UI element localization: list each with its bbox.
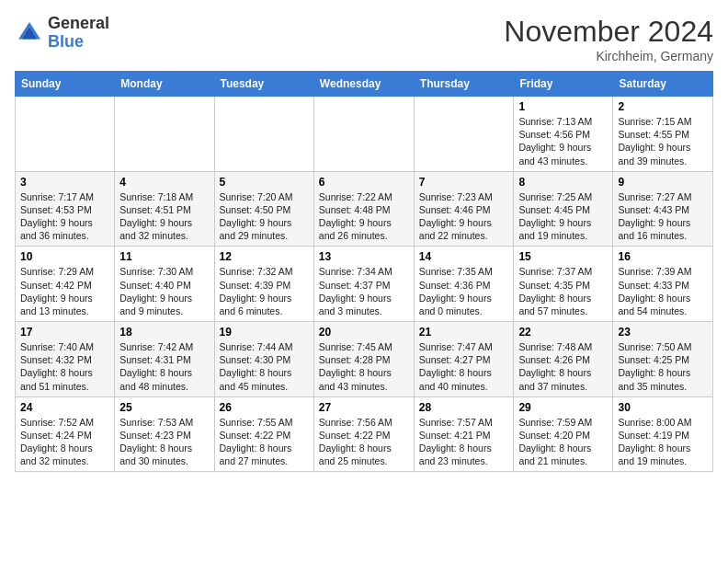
- calendar-week-row: 1Sunrise: 7:13 AM Sunset: 4:56 PM Daylig…: [16, 97, 713, 172]
- day-number: 25: [119, 401, 209, 414]
- day-info: Sunrise: 7:18 AM Sunset: 4:51 PM Dayligh…: [119, 190, 209, 243]
- day-number: 9: [618, 176, 708, 189]
- weekday-header: Wednesday: [313, 72, 414, 97]
- day-number: 20: [319, 326, 409, 339]
- day-info: Sunrise: 7:22 AM Sunset: 4:48 PM Dayligh…: [319, 190, 409, 243]
- day-number: 27: [319, 401, 409, 414]
- weekday-header: Sunday: [16, 72, 115, 97]
- calendar-cell: [414, 97, 514, 172]
- day-number: 5: [220, 176, 309, 189]
- day-info: Sunrise: 7:34 AM Sunset: 4:37 PM Dayligh…: [319, 265, 409, 317]
- day-info: Sunrise: 7:39 AM Sunset: 4:33 PM Dayligh…: [618, 265, 708, 317]
- day-info: Sunrise: 7:59 AM Sunset: 4:20 PM Dayligh…: [518, 416, 608, 468]
- day-number: 11: [119, 250, 209, 263]
- calendar-cell: 27Sunrise: 7:56 AM Sunset: 4:22 PM Dayli…: [313, 396, 414, 472]
- day-number: 7: [419, 176, 509, 189]
- day-number: 8: [518, 176, 608, 189]
- day-number: 13: [319, 250, 409, 263]
- day-number: 15: [518, 250, 608, 263]
- calendar-cell: 26Sunrise: 7:55 AM Sunset: 4:22 PM Dayli…: [214, 396, 313, 472]
- day-info: Sunrise: 7:37 AM Sunset: 4:35 PM Dayligh…: [518, 265, 608, 317]
- page-header: General Blue November 2024 Kirchheim, Ge…: [15, 15, 713, 63]
- day-info: Sunrise: 7:15 AM Sunset: 4:55 PM Dayligh…: [618, 115, 708, 167]
- calendar-cell: 21Sunrise: 7:47 AM Sunset: 4:27 PM Dayli…: [414, 322, 514, 397]
- calendar-week-row: 3Sunrise: 7:17 AM Sunset: 4:53 PM Daylig…: [16, 171, 713, 247]
- calendar-cell: 2Sunrise: 7:15 AM Sunset: 4:55 PM Daylig…: [613, 97, 713, 172]
- day-number: 30: [618, 401, 708, 414]
- day-info: Sunrise: 7:53 AM Sunset: 4:23 PM Dayligh…: [119, 416, 209, 468]
- month-title: November 2024: [504, 15, 713, 49]
- day-number: 14: [419, 250, 509, 263]
- day-info: Sunrise: 7:30 AM Sunset: 4:40 PM Dayligh…: [119, 265, 209, 317]
- day-info: Sunrise: 7:27 AM Sunset: 4:43 PM Dayligh…: [618, 190, 708, 243]
- day-info: Sunrise: 7:44 AM Sunset: 4:30 PM Dayligh…: [220, 340, 309, 393]
- calendar-cell: 14Sunrise: 7:35 AM Sunset: 4:36 PM Dayli…: [414, 247, 514, 322]
- calendar-cell: [214, 97, 313, 172]
- day-info: Sunrise: 7:13 AM Sunset: 4:56 PM Dayligh…: [518, 115, 608, 167]
- day-info: Sunrise: 7:42 AM Sunset: 4:31 PM Dayligh…: [119, 340, 209, 393]
- calendar-cell: 22Sunrise: 7:48 AM Sunset: 4:26 PM Dayli…: [514, 322, 613, 397]
- day-number: 10: [20, 250, 109, 263]
- calendar-cell: 11Sunrise: 7:30 AM Sunset: 4:40 PM Dayli…: [115, 247, 214, 322]
- calendar-cell: [115, 97, 214, 172]
- day-info: Sunrise: 8:00 AM Sunset: 4:19 PM Dayligh…: [618, 416, 708, 468]
- calendar-table: SundayMondayTuesdayWednesdayThursdayFrid…: [15, 71, 713, 472]
- logo-general: General: [48, 14, 109, 32]
- calendar-cell: 4Sunrise: 7:18 AM Sunset: 4:51 PM Daylig…: [115, 171, 214, 247]
- logo: General Blue: [15, 15, 109, 52]
- day-info: Sunrise: 7:20 AM Sunset: 4:50 PM Dayligh…: [220, 190, 309, 243]
- calendar-cell: 19Sunrise: 7:44 AM Sunset: 4:30 PM Dayli…: [214, 322, 313, 397]
- day-number: 19: [220, 326, 309, 339]
- day-info: Sunrise: 7:29 AM Sunset: 4:42 PM Dayligh…: [20, 265, 109, 317]
- day-number: 4: [119, 176, 209, 189]
- calendar-cell: 28Sunrise: 7:57 AM Sunset: 4:21 PM Dayli…: [414, 396, 514, 472]
- weekday-header: Saturday: [613, 72, 713, 97]
- day-number: 3: [20, 176, 109, 189]
- calendar-cell: 12Sunrise: 7:32 AM Sunset: 4:39 PM Dayli…: [214, 247, 313, 322]
- weekday-header: Friday: [514, 72, 613, 97]
- day-info: Sunrise: 7:55 AM Sunset: 4:22 PM Dayligh…: [220, 416, 309, 468]
- logo-icon: [15, 18, 44, 48]
- calendar-cell: 6Sunrise: 7:22 AM Sunset: 4:48 PM Daylig…: [313, 171, 414, 247]
- calendar-cell: 7Sunrise: 7:23 AM Sunset: 4:46 PM Daylig…: [414, 171, 514, 247]
- calendar-cell: 17Sunrise: 7:40 AM Sunset: 4:32 PM Dayli…: [16, 322, 115, 397]
- logo-blue: Blue: [48, 32, 84, 51]
- day-info: Sunrise: 7:40 AM Sunset: 4:32 PM Dayligh…: [20, 340, 109, 393]
- day-info: Sunrise: 7:32 AM Sunset: 4:39 PM Dayligh…: [220, 265, 309, 317]
- day-number: 24: [20, 401, 109, 414]
- calendar-cell: 8Sunrise: 7:25 AM Sunset: 4:45 PM Daylig…: [514, 171, 613, 247]
- day-info: Sunrise: 7:23 AM Sunset: 4:46 PM Dayligh…: [419, 190, 509, 243]
- weekday-header-row: SundayMondayTuesdayWednesdayThursdayFrid…: [16, 72, 713, 97]
- calendar-cell: 23Sunrise: 7:50 AM Sunset: 4:25 PM Dayli…: [613, 322, 713, 397]
- calendar-cell: 10Sunrise: 7:29 AM Sunset: 4:42 PM Dayli…: [16, 247, 115, 322]
- calendar-cell: 18Sunrise: 7:42 AM Sunset: 4:31 PM Dayli…: [115, 322, 214, 397]
- day-number: 29: [518, 401, 608, 414]
- calendar-cell: 13Sunrise: 7:34 AM Sunset: 4:37 PM Dayli…: [313, 247, 414, 322]
- day-info: Sunrise: 7:50 AM Sunset: 4:25 PM Dayligh…: [618, 340, 708, 393]
- day-number: 16: [618, 250, 708, 263]
- day-number: 6: [319, 176, 409, 189]
- day-info: Sunrise: 7:47 AM Sunset: 4:27 PM Dayligh…: [419, 340, 509, 393]
- calendar-week-row: 10Sunrise: 7:29 AM Sunset: 4:42 PM Dayli…: [16, 247, 713, 322]
- logo-text: General Blue: [48, 15, 109, 52]
- calendar-week-row: 17Sunrise: 7:40 AM Sunset: 4:32 PM Dayli…: [16, 322, 713, 397]
- day-number: 2: [618, 100, 708, 113]
- day-info: Sunrise: 7:52 AM Sunset: 4:24 PM Dayligh…: [20, 416, 109, 468]
- calendar-cell: 29Sunrise: 7:59 AM Sunset: 4:20 PM Dayli…: [514, 396, 613, 472]
- title-block: November 2024 Kirchheim, Germany: [504, 15, 713, 63]
- day-number: 23: [618, 326, 708, 339]
- day-info: Sunrise: 7:48 AM Sunset: 4:26 PM Dayligh…: [518, 340, 608, 393]
- calendar-cell: [16, 97, 115, 172]
- calendar-cell: 30Sunrise: 8:00 AM Sunset: 4:19 PM Dayli…: [613, 396, 713, 472]
- day-number: 21: [419, 326, 509, 339]
- day-info: Sunrise: 7:45 AM Sunset: 4:28 PM Dayligh…: [319, 340, 409, 393]
- day-number: 12: [220, 250, 309, 263]
- day-info: Sunrise: 7:57 AM Sunset: 4:21 PM Dayligh…: [419, 416, 509, 468]
- day-number: 22: [518, 326, 608, 339]
- day-number: 26: [220, 401, 309, 414]
- day-info: Sunrise: 7:35 AM Sunset: 4:36 PM Dayligh…: [419, 265, 509, 317]
- day-info: Sunrise: 7:56 AM Sunset: 4:22 PM Dayligh…: [319, 416, 409, 468]
- calendar-cell: 9Sunrise: 7:27 AM Sunset: 4:43 PM Daylig…: [613, 171, 713, 247]
- day-number: 18: [119, 326, 209, 339]
- calendar-cell: 20Sunrise: 7:45 AM Sunset: 4:28 PM Dayli…: [313, 322, 414, 397]
